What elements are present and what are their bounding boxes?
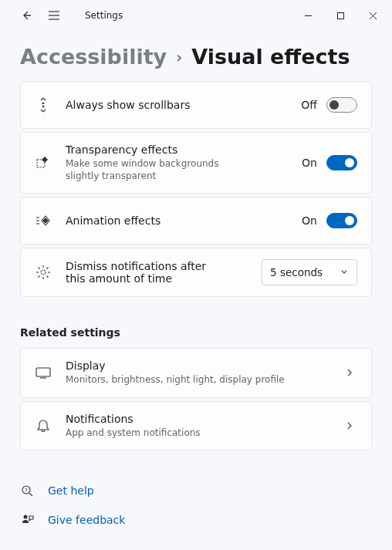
animation-icon bbox=[35, 212, 52, 229]
svg-point-8 bbox=[42, 106, 44, 107]
minimize-button[interactable] bbox=[292, 3, 324, 28]
transparency-sub: Make some window backgrounds slightly tr… bbox=[66, 157, 251, 182]
svg-point-7 bbox=[42, 103, 44, 104]
scrollbars-label: Always show scrollbars bbox=[66, 99, 301, 111]
close-icon bbox=[369, 12, 377, 20]
animation-state: On bbox=[302, 214, 317, 227]
arrow-left-icon bbox=[20, 9, 32, 22]
svg-point-13 bbox=[41, 270, 46, 275]
transparency-toggle[interactable] bbox=[326, 155, 357, 170]
scrollbars-state: Off bbox=[301, 99, 317, 111]
minimize-icon bbox=[304, 12, 313, 20]
transparency-row: Transparency effects Make some window ba… bbox=[20, 132, 372, 194]
scrollbar-icon bbox=[35, 96, 52, 113]
chevron-right-icon bbox=[342, 418, 357, 434]
svg-point-26 bbox=[24, 515, 28, 518]
titlebar: Settings bbox=[0, 0, 392, 31]
get-help-label: Get help bbox=[48, 484, 94, 497]
transparency-state: On bbox=[302, 157, 317, 169]
bell-icon bbox=[35, 417, 52, 434]
animation-label: Animation effects bbox=[66, 214, 302, 227]
dismiss-row: Dismiss notifications after this amount … bbox=[20, 248, 372, 297]
breadcrumb: Accessibility › Visual effects bbox=[0, 31, 392, 81]
svg-line-18 bbox=[39, 268, 40, 269]
feedback-label: Give feedback bbox=[48, 514, 125, 526]
brightness-icon bbox=[35, 264, 52, 281]
svg-text:?: ? bbox=[25, 488, 28, 494]
svg-line-19 bbox=[47, 276, 49, 278]
feedback-link[interactable]: Give feedback bbox=[20, 512, 372, 528]
display-sub: Monitors, brightness, night light, displ… bbox=[66, 373, 313, 386]
maximize-icon bbox=[336, 12, 345, 20]
close-button[interactable] bbox=[357, 3, 389, 28]
scrollbars-toggle[interactable] bbox=[326, 97, 357, 113]
monitor-icon bbox=[35, 364, 52, 381]
help-icon: ? bbox=[20, 483, 35, 498]
animation-toggle[interactable] bbox=[326, 213, 357, 228]
animation-row: Animation effects On bbox=[20, 197, 372, 245]
back-button[interactable] bbox=[15, 5, 37, 26]
notifications-title: Notifications bbox=[66, 413, 342, 425]
chevron-right-icon: › bbox=[176, 48, 182, 66]
svg-rect-4 bbox=[337, 12, 343, 19]
chevron-right-icon bbox=[342, 365, 357, 380]
dismiss-value: 5 seconds bbox=[270, 266, 323, 278]
notifications-sub: App and system notifications bbox=[66, 427, 251, 439]
display-title: Display bbox=[66, 359, 342, 372]
notifications-link[interactable]: Notifications App and system notificatio… bbox=[20, 401, 372, 450]
display-link[interactable]: Display Monitors, brightness, night ligh… bbox=[20, 348, 372, 397]
dismiss-dropdown[interactable]: 5 seconds bbox=[262, 259, 357, 285]
svg-line-21 bbox=[47, 268, 49, 269]
scrollbars-row: Always show scrollbars Off bbox=[20, 81, 372, 129]
app-title: Settings bbox=[85, 10, 123, 21]
menu-button[interactable] bbox=[43, 5, 65, 26]
maximize-button[interactable] bbox=[324, 3, 357, 28]
get-help-link[interactable]: ? Get help bbox=[20, 483, 372, 498]
svg-rect-22 bbox=[36, 368, 50, 376]
related-header: Related settings bbox=[20, 326, 372, 339]
feedback-icon bbox=[20, 512, 35, 528]
transparency-icon bbox=[35, 154, 52, 171]
hamburger-icon bbox=[48, 10, 60, 21]
breadcrumb-parent[interactable]: Accessibility bbox=[20, 45, 167, 69]
breadcrumb-current: Visual effects bbox=[191, 45, 350, 69]
svg-line-20 bbox=[39, 276, 40, 278]
chevron-down-icon bbox=[340, 266, 349, 278]
transparency-label: Transparency effects bbox=[66, 143, 302, 156]
dismiss-label: Dismiss notifications after this amount … bbox=[66, 260, 220, 285]
